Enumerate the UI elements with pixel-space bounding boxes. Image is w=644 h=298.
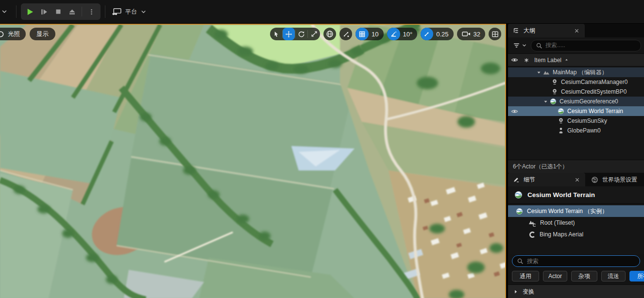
collapse-caret-icon[interactable] [543, 99, 548, 104]
grid-snap-icon[interactable] [356, 28, 369, 40]
main-toolbar: 平台 [0, 0, 644, 24]
details-filter-buttons: 通用 Actor 杂项 流送 所有 [508, 269, 644, 284]
eye-icon [511, 56, 518, 64]
platform-label: 平台 [125, 8, 137, 16]
transform-section-header[interactable]: 变换 [508, 284, 644, 298]
eject-button[interactable] [66, 5, 79, 18]
tab-world-settings[interactable]: 世界场景设置 [585, 173, 644, 186]
play-group-divider [82, 7, 82, 17]
details-pencil-icon [513, 176, 520, 183]
close-icon[interactable] [574, 28, 580, 34]
rotate-tool[interactable] [295, 28, 307, 40]
row-label: CesiumSunSky [567, 117, 607, 124]
frame-skip-button[interactable] [37, 5, 51, 18]
outliner-row-cesiumsunsky[interactable]: CesiumSunSky [508, 116, 644, 126]
outliner-row-globepawn[interactable]: GlobePawn0 [508, 126, 644, 135]
collapsed-dropdown-chevron[interactable] [0, 8, 12, 15]
scale-tool[interactable] [308, 28, 320, 40]
cesium-globe-icon [558, 108, 564, 115]
world-space-toggle[interactable] [323, 28, 336, 40]
toolbar-separator [105, 5, 105, 18]
details-tabbar: 细节 世界场景设置 [508, 173, 644, 186]
selected-object-header: Cesium World Terrain [508, 186, 644, 204]
row-label: CesiumCameraManager0 [561, 79, 627, 85]
pin-column-toggle[interactable] [521, 57, 531, 63]
visibility-column-toggle[interactable] [508, 56, 521, 64]
outliner-tabbar: 大纲 [508, 24, 644, 37]
actor-count-text: 6个Actor（已选1个） [513, 163, 568, 171]
scale-snap-icon[interactable] [421, 28, 433, 40]
outliner-row-cesiumcreditsystem[interactable]: CesiumCreditSystemBP0 [508, 87, 644, 97]
level-icon [543, 69, 550, 76]
item-label-text: Item Label [534, 57, 561, 64]
transform-section-label: 变换 [523, 288, 534, 296]
component-row-cesium-world-terrain[interactable]: Cesium World Terrain （实例） [508, 205, 644, 217]
details-search-input[interactable]: 搜索 [512, 255, 640, 267]
filter-button-all[interactable]: 所有 [629, 271, 644, 281]
outliner-search-placeholder: 搜索..... [545, 41, 565, 50]
camera-actor-icon [551, 88, 558, 95]
rotation-snap-value[interactable]: 10° [403, 31, 413, 38]
outliner-search-input[interactable]: 搜索..... [531, 40, 641, 51]
outliner-column-header: Item Label [508, 53, 644, 66]
item-label-column-header[interactable]: Item Label [531, 57, 569, 64]
collapse-caret-icon[interactable] [536, 70, 542, 75]
outliner-filter-button[interactable] [513, 42, 527, 49]
view-mode-lit-button[interactable]: 光照 [0, 28, 26, 40]
show-flags-button[interactable]: 显示 [30, 28, 55, 40]
visibility-toggle[interactable] [508, 108, 521, 115]
move-tool[interactable] [283, 28, 295, 40]
close-icon[interactable] [574, 177, 580, 183]
filter-funnel-icon [513, 42, 520, 49]
play-button[interactable] [23, 5, 36, 18]
play-controls-group [21, 3, 101, 20]
scale-snap-value[interactable]: 0.25 [436, 31, 448, 38]
surface-snapping-button[interactable] [339, 28, 352, 40]
tileset-icon [528, 219, 536, 227]
rotation-snap-icon[interactable] [387, 28, 400, 40]
world-settings-globe-icon [591, 176, 598, 183]
filter-button-streaming[interactable]: 流送 [601, 271, 626, 281]
camera-actor-icon [558, 117, 564, 124]
filter-button-actor[interactable]: Actor [543, 271, 567, 281]
outliner-row-mainmap[interactable]: MainMap （编辑器） [508, 67, 644, 77]
grid-snap-control[interactable]: 10 [356, 28, 383, 40]
tab-details[interactable]: 细节 [508, 173, 585, 186]
transform-tools-group [270, 28, 320, 40]
platform-gamepad-icon [112, 8, 122, 16]
surface-snap-icon [342, 31, 350, 38]
search-icon [517, 258, 524, 265]
outliner-row-cesium-world-terrain[interactable]: Cesium World Terrain [508, 106, 644, 116]
component-row-root-tileset[interactable]: Root (Tileset) [508, 217, 644, 229]
search-icon [536, 42, 542, 49]
platform-dropdown[interactable]: 平台 [110, 3, 149, 20]
filter-button-misc[interactable]: 杂项 [571, 271, 597, 281]
row-label: CesiumGeoreference0 [559, 98, 618, 105]
camera-speed-control[interactable]: 32 [457, 28, 485, 40]
scale-snap-control[interactable]: 0.25 [421, 28, 453, 40]
outliner-row-cesiumgeoreference[interactable]: CesiumGeoreference0 [508, 97, 644, 106]
level-viewport[interactable]: 光照 显示 [0, 24, 506, 298]
row-label: Cesium World Terrain [567, 108, 623, 115]
outliner-tab-title: 大纲 [524, 27, 570, 35]
viewport-layout-button[interactable] [489, 28, 501, 40]
component-row-bing-maps-aerial[interactable]: Bing Maps Aerial [508, 229, 644, 240]
rotation-snap-control[interactable]: 10° [387, 28, 418, 40]
filter-button-general[interactable]: 通用 [512, 271, 539, 281]
sort-ascending-icon [564, 57, 569, 63]
stop-button[interactable] [51, 5, 65, 18]
star-icon [524, 57, 529, 63]
viewport-toolbar: 10 10° 0.25 32 [270, 28, 501, 40]
viewport-aerial-imagery[interactable] [0, 25, 505, 298]
cesium-globe-icon [550, 98, 557, 105]
grid-snap-value[interactable]: 10 [372, 31, 378, 38]
cursor-select-tool[interactable] [270, 28, 282, 40]
play-options-menu-button[interactable] [85, 5, 98, 18]
outliner-row-cesiumcameramanager[interactable]: CesiumCameraManager0 [508, 77, 644, 87]
camera-actor-icon [551, 79, 558, 85]
toolbar-separator [16, 5, 17, 18]
chevron-down-icon [140, 9, 147, 15]
selected-object-title: Cesium World Terrain [527, 191, 595, 199]
camera-speed-value[interactable]: 32 [474, 31, 480, 38]
tab-outliner[interactable]: 大纲 [508, 24, 585, 37]
